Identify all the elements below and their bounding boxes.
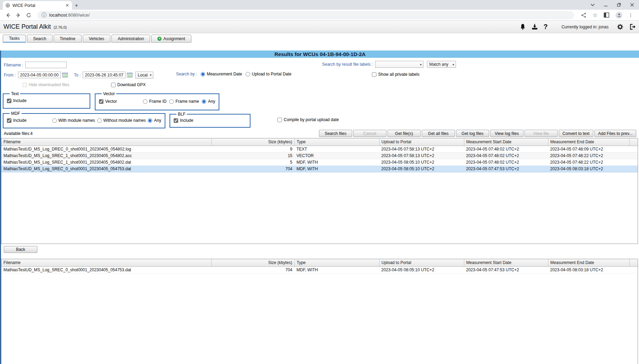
col-size[interactable]: Size (kbytes) (211, 259, 294, 266)
table-row[interactable]: MathiasTestUD_MS_Log_DREC_0_shot0001_202… (1, 146, 638, 152)
tab-timeline[interactable]: Timeline (54, 35, 82, 43)
to-calendar-icon[interactable] (127, 73, 133, 78)
get-all-files-button[interactable]: Get all files (422, 130, 455, 137)
mdf-include-checkbox-row[interactable]: Include (7, 118, 27, 123)
tab-search[interactable]: Search (27, 35, 53, 43)
table-row[interactable]: MathiasTestUD_MS_Log_SREC_1_shot0001_202… (1, 159, 638, 165)
show-private-labels-checkbox[interactable] (372, 72, 376, 77)
tab-assignment[interactable]: + Assignment (151, 35, 191, 43)
tab-close-icon[interactable]: ✕ (65, 3, 69, 8)
reload-icon[interactable] (24, 11, 33, 20)
tab-tasks[interactable]: Tasks (3, 35, 26, 43)
search-files-button[interactable]: Search files (319, 130, 352, 137)
col-end[interactable]: Measurement End Date (548, 259, 629, 266)
selected-files-table-container: Filename Size (kbytes) Type Upload to Po… (1, 259, 638, 364)
col-start[interactable]: Measurement Start Date (464, 138, 548, 146)
col-start[interactable]: Measurement Start Date (464, 259, 548, 266)
cell-upload: 2023-04-05 08:05:10 UTC+2 (379, 159, 464, 165)
col-type[interactable]: Type (294, 138, 379, 146)
col-upload[interactable]: Upload to Portal (379, 259, 464, 266)
mdf-any-label: Any (154, 118, 161, 123)
new-tab-button[interactable]: + (72, 1, 81, 10)
result-labels-select[interactable]: ▾ (375, 61, 423, 68)
bookmark-star-icon[interactable]: ☆ (593, 12, 597, 18)
mdf-without-modules-radio-row[interactable]: Without module names (97, 118, 146, 123)
radio-upload-date[interactable]: Upload to Portal Date (246, 72, 292, 76)
show-private-labels-checkbox-row[interactable]: Show all private labels (372, 72, 419, 77)
mdf-with-modules-radio-row[interactable]: With module names (52, 118, 95, 123)
vector-any-radio-row[interactable]: Any (202, 99, 215, 104)
add-files-to-prev-button[interactable]: Add Files to prev... (594, 130, 636, 137)
compile-by-upload-checkbox-row[interactable]: Compile by portal upload date (277, 117, 339, 122)
filename-input[interactable] (25, 62, 67, 68)
blf-include-checkbox-row[interactable]: Include (174, 118, 193, 123)
blf-include-checkbox[interactable] (174, 118, 178, 123)
match-mode-select[interactable]: Match any ▾ (427, 61, 456, 68)
share-icon[interactable] (581, 12, 586, 18)
vector-any-radio[interactable] (202, 99, 206, 104)
vector-frame-name-radio-row[interactable]: Frame name (169, 99, 199, 104)
window-close-button[interactable] (630, 3, 634, 7)
notifications-bell-icon[interactable] (520, 24, 526, 30)
view-log-files-button[interactable]: View log files (490, 130, 523, 137)
radio-measurement-date[interactable]: Measurement Date (201, 72, 242, 76)
get-files-button[interactable]: Get file(s) (387, 130, 421, 137)
table-row-selected[interactable]: MathiasTestUD_MS_Log_SREC_0_shot0001_202… (1, 165, 638, 172)
settings-gear-icon[interactable] (617, 24, 623, 30)
back-button[interactable]: Back (4, 246, 37, 253)
logout-icon[interactable] (629, 24, 636, 30)
download-gpx-checkbox-row[interactable]: Download GPX (111, 82, 146, 87)
address-bar[interactable]: ⓘ localhost:8080/wice/ (37, 11, 574, 19)
col-end[interactable]: Measurement End Date (548, 138, 629, 146)
tab-administration[interactable]: Administration (111, 35, 150, 43)
window-minimize-button[interactable] (604, 3, 608, 7)
cell-start: 2023-04-05 07:48:02 UTC+2 (464, 146, 548, 152)
main-tab-bar: Tasks Search Timeline Vehicles Administr… (3, 34, 639, 43)
from-calendar-icon[interactable] (62, 73, 68, 78)
table-row[interactable]: MathiasTestUD_MS_Log_SREC_0_shot0001_202… (1, 266, 638, 273)
browser-menu-icon[interactable]: ⋮ (629, 13, 633, 18)
col-filename[interactable]: Filename (1, 138, 211, 146)
mdf-any-radio-row[interactable]: Any (148, 118, 161, 123)
vector-frame-id-radio-row[interactable]: Frame ID (143, 99, 166, 104)
help-icon[interactable]: ? (544, 23, 548, 31)
forward-navigation-icon[interactable] (14, 11, 23, 20)
timezone-select[interactable]: Local ▾ (135, 72, 153, 79)
tab-search-chevron-icon[interactable] (591, 3, 595, 6)
cell-size: 5 (211, 159, 294, 165)
download-icon[interactable] (531, 24, 538, 30)
side-panel-icon[interactable] (604, 12, 609, 18)
from-date-input[interactable] (18, 72, 61, 78)
vector-include-checkbox-row[interactable]: Vector (99, 99, 117, 104)
cell-end: 2023-04-05 07:48:09 UTC+2 (548, 146, 629, 152)
browser-tab[interactable]: WICE Portal ✕ (3, 1, 72, 10)
frame-name-radio[interactable] (169, 99, 174, 104)
window-restore-button[interactable] (617, 3, 621, 7)
col-filename[interactable]: Filename (1, 259, 211, 266)
get-log-files-button[interactable]: Get log files (456, 130, 489, 137)
mdf-include-checkbox[interactable] (7, 118, 11, 123)
text-include-checkbox-row[interactable]: Include (7, 98, 27, 103)
without-modules-radio[interactable] (97, 118, 102, 123)
download-gpx-checkbox[interactable] (111, 83, 116, 87)
table-row[interactable]: MathiasTestUD_MS_Log_SREC_1_shot0001_202… (1, 152, 638, 159)
upload-date-radio[interactable] (246, 72, 250, 76)
text-include-checkbox[interactable] (7, 99, 11, 103)
col-type[interactable]: Type (294, 259, 379, 266)
profile-avatar[interactable] (615, 12, 622, 19)
col-spacer (629, 138, 638, 146)
convert-to-text-button[interactable]: Convert to text (559, 130, 593, 137)
back-navigation-icon[interactable] (3, 11, 12, 20)
frame-id-radio[interactable] (143, 99, 147, 104)
with-modules-radio[interactable] (52, 118, 57, 123)
compile-by-upload-checkbox[interactable] (277, 118, 282, 122)
tab-vehicles[interactable]: Vehicles (83, 35, 111, 43)
site-info-icon[interactable]: ⓘ (42, 12, 46, 18)
col-upload[interactable]: Upload to Portal (379, 138, 464, 146)
to-date-input[interactable] (83, 72, 126, 78)
measurement-date-radio[interactable] (201, 72, 205, 76)
compile-by-upload-label: Compile by portal upload date (284, 117, 339, 122)
mdf-any-radio[interactable] (148, 118, 152, 123)
vector-include-checkbox[interactable] (99, 99, 103, 104)
col-size[interactable]: Size (kbytes) (211, 138, 294, 146)
